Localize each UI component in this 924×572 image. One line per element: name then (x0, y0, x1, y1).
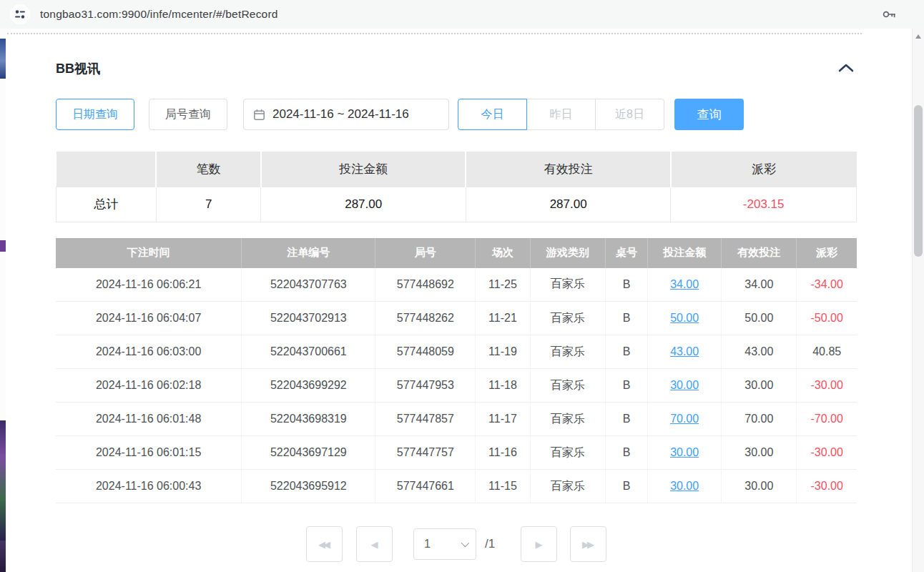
cell-session: 11-19 (476, 335, 530, 369)
date-range-input[interactable]: 2024-11-16 ~ 2024-11-16 (243, 99, 449, 130)
bet-amount-link[interactable]: 34.00 (670, 278, 699, 290)
table-row: 2024-11-16 06:04:07 522043702913 5774482… (56, 302, 857, 335)
cell-bet-time: 2024-11-16 06:04:07 (56, 302, 242, 335)
summary-header-row: 笔数 投注金额 有效投注 派彩 (56, 152, 857, 187)
col-order-id: 注单编号 (242, 238, 375, 268)
bet-amount-link[interactable]: 30.00 (670, 480, 699, 492)
cell-round-id: 577447953 (375, 369, 476, 403)
date-range-value: 2024-11-16 ~ 2024-11-16 (272, 107, 409, 122)
cell-table-no: B (605, 470, 647, 503)
next-page-button[interactable]: ▶ (521, 526, 557, 562)
address-bar[interactable]: tongbao31.com:9900/infe/mcenter/#/betRec… (0, 0, 924, 29)
cell-bet-amount: 30.00 (648, 436, 722, 470)
summary-total-label: 总计 (56, 187, 157, 222)
cell-valid-bet: 70.00 (722, 403, 797, 436)
chevron-right-icon: ▶ (536, 539, 543, 550)
summary-total-payout: -203.15 (671, 187, 857, 222)
records-header-row: 下注时间 注单编号 局号 场次 游戏类别 桌号 投注金额 有效投注 派彩 (56, 238, 857, 268)
table-row: 2024-11-16 06:00:43 522043695912 5774476… (56, 470, 857, 503)
cell-valid-bet: 30.00 (722, 470, 797, 503)
chevron-left-icon: ◀ (370, 539, 378, 550)
yesterday-button[interactable]: 昨日 (526, 99, 596, 130)
cell-game-type: 百家乐 (530, 335, 605, 369)
cell-session: 11-18 (476, 369, 530, 403)
cell-bet-time: 2024-11-16 06:01:48 (56, 403, 242, 436)
cell-bet-time: 2024-11-16 06:06:21 (56, 268, 242, 302)
cell-valid-bet: 43.00 (722, 335, 797, 369)
cell-table-no: B (605, 403, 647, 436)
bet-amount-link[interactable]: 70.00 (670, 413, 699, 425)
bet-amount-link[interactable]: 30.00 (670, 379, 699, 391)
cell-valid-bet: 34.00 (722, 268, 797, 302)
cell-order-id: 522043699292 (242, 369, 375, 403)
cell-valid-bet: 30.00 (722, 369, 797, 403)
url-text[interactable]: tongbao31.com:9900/infe/mcenter/#/betRec… (40, 8, 278, 21)
bet-amount-link[interactable]: 30.00 (670, 446, 699, 458)
cell-payout: -30.00 (797, 369, 857, 403)
round-query-tab[interactable]: 局号查询 (149, 99, 227, 130)
calendar-icon (253, 109, 265, 121)
bet-amount-link[interactable]: 50.00 (670, 312, 699, 324)
table-row: 2024-11-16 06:03:00 522043700661 5774480… (56, 335, 857, 369)
cell-bet-time: 2024-11-16 06:02:18 (56, 369, 242, 403)
summary-header-bet-amount: 投注金额 (261, 152, 466, 187)
double-chevron-left-icon: ◀◀ (318, 539, 328, 550)
col-session: 场次 (476, 238, 530, 268)
bet-amount-link[interactable]: 43.00 (670, 345, 699, 358)
quick-range-group: 今日 昨日 近8日 (458, 99, 664, 130)
table-row: 2024-11-16 06:01:48 522043698319 5774478… (56, 403, 857, 436)
cell-bet-amount: 43.00 (648, 335, 722, 369)
date-query-tab[interactable]: 日期查询 (56, 99, 134, 130)
cell-game-type: 百家乐 (530, 470, 605, 503)
prev-page-button[interactable]: ◀ (356, 526, 393, 562)
cell-valid-bet: 50.00 (722, 302, 797, 335)
cell-order-id: 522043698319 (242, 403, 375, 436)
cell-valid-bet: 30.00 (722, 436, 797, 470)
last-8-days-button[interactable]: 近8日 (595, 99, 664, 130)
summary-total-bet: 287.00 (261, 187, 466, 222)
background-sliver (0, 420, 6, 542)
today-button[interactable]: 今日 (458, 99, 527, 130)
cell-order-id: 522043702913 (242, 302, 375, 335)
cell-payout: -34.00 (797, 268, 857, 302)
cell-order-id: 522043707763 (242, 268, 375, 302)
cell-round-id: 577448059 (375, 335, 476, 369)
page-select-value: 1 (424, 538, 431, 551)
background-sliver (0, 240, 6, 252)
cell-table-no: B (605, 369, 647, 403)
cell-table-no: B (605, 268, 647, 302)
cell-session: 11-16 (476, 436, 530, 470)
cell-bet-time: 2024-11-16 06:00:43 (56, 470, 242, 503)
summary-header-valid-bet: 有效投注 (466, 152, 670, 187)
cell-table-no: B (605, 335, 647, 369)
scrollbar[interactable] (912, 29, 924, 572)
summary-total-count: 7 (156, 187, 261, 222)
profile-switcher-icon[interactable] (10, 4, 30, 24)
scrollbar-thumb[interactable] (914, 105, 923, 257)
search-button[interactable]: 查询 (674, 99, 744, 130)
col-valid-bet: 有效投注 (722, 238, 797, 268)
password-key-icon[interactable] (881, 6, 897, 22)
cell-payout: -30.00 (797, 470, 857, 503)
cell-payout: 40.85 (797, 335, 857, 369)
page-total-label: /1 (485, 537, 495, 551)
table-row: 2024-11-16 06:06:21 522043707763 5774486… (56, 268, 857, 302)
cell-session: 11-25 (476, 268, 530, 302)
cell-round-id: 577447857 (375, 403, 476, 436)
cell-payout: -70.00 (797, 403, 857, 436)
col-payout: 派彩 (797, 238, 857, 268)
scroll-up-arrow[interactable] (915, 34, 921, 39)
cell-bet-time: 2024-11-16 06:03:00 (56, 335, 242, 369)
cell-round-id: 577447757 (375, 436, 476, 470)
cell-table-no: B (605, 436, 647, 470)
first-page-button[interactable]: ◀◀ (306, 526, 343, 562)
collapse-chevron-icon[interactable] (835, 61, 857, 77)
cell-session: 11-17 (476, 403, 530, 436)
cell-game-type: 百家乐 (530, 436, 605, 470)
cell-order-id: 522043700661 (242, 335, 375, 369)
cell-game-type: 百家乐 (530, 268, 605, 302)
page-select[interactable]: 1 (413, 528, 476, 560)
page-title: BB视讯 (56, 60, 100, 77)
cell-bet-amount: 30.00 (648, 470, 722, 503)
last-page-button[interactable]: ▶▶ (570, 526, 606, 562)
